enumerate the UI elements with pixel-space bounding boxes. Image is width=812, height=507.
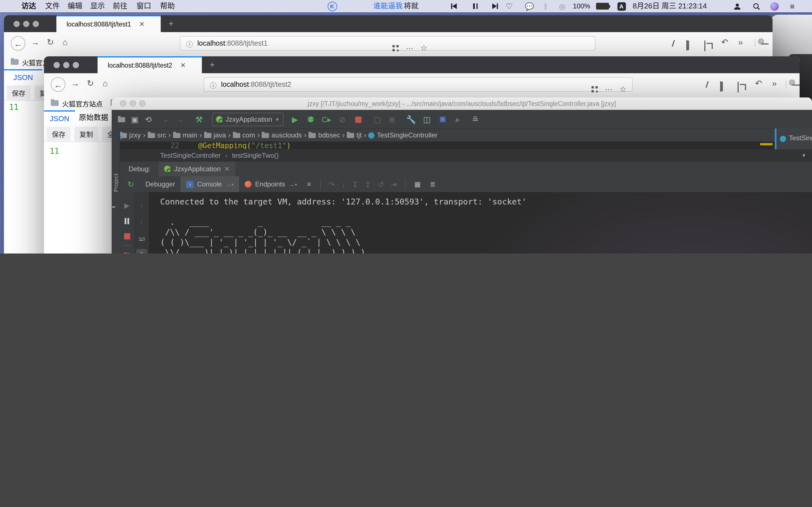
- breadcrumb-item[interactable]: tjt: [347, 131, 362, 139]
- evaluate-expression-icon[interactable]: ▦: [414, 180, 421, 188]
- zoom-window-button[interactable]: [73, 62, 79, 68]
- battery-icon[interactable]: [595, 0, 610, 12]
- back-icon[interactable]: ←: [161, 114, 171, 124]
- bookmark-star-icon[interactable]: ☆: [420, 43, 427, 52]
- menubar-status-text[interactable]: 谁能逼我: [373, 0, 403, 12]
- tab-close-icon[interactable]: ✕: [139, 20, 145, 28]
- profiler-icon[interactable]: ⊘: [337, 114, 347, 124]
- breadcrumb-item[interactable]: java: [204, 131, 226, 139]
- browser-tab-test1[interactable]: localhost:8088/tjt/test1 ✕: [56, 15, 161, 32]
- menu-item-7[interactable]: 帮助: [160, 0, 175, 12]
- settings-sync-icon[interactable]: ≞: [470, 114, 480, 124]
- battery-percentage[interactable]: 100%: [573, 0, 590, 12]
- tab-endpoints[interactable]: Endpoints →▪: [239, 176, 303, 192]
- back-button[interactable]: ←: [51, 77, 65, 92]
- notification-center-icon[interactable]: ≡: [787, 0, 797, 12]
- tab-json[interactable]: JSON: [44, 110, 75, 126]
- editor-fragment[interactable]: 22 @GetMapping("/test1"): [119, 142, 776, 149]
- screenshot-icon[interactable]: [704, 41, 705, 50]
- step-out-icon[interactable]: ↥: [365, 180, 371, 188]
- minimize-window-button[interactable]: [23, 21, 29, 27]
- wechat-icon[interactable]: 💬: [523, 0, 536, 12]
- home-button[interactable]: ⌂: [103, 78, 108, 88]
- coverage-icon[interactable]: C▸: [321, 114, 332, 124]
- input-method-icon[interactable]: A: [616, 0, 627, 12]
- breadcrumb-class[interactable]: TestSingleController: [160, 152, 221, 159]
- site-info-icon[interactable]: ⓘ: [186, 39, 193, 48]
- overflow-chevron-icon[interactable]: »: [738, 37, 743, 47]
- menu-item-2[interactable]: 文件: [45, 0, 60, 12]
- breadcrumb-item[interactable]: bdbsec: [309, 131, 340, 139]
- scroll-to-end-icon[interactable]: ⇩: [136, 249, 147, 253]
- debug-icon[interactable]: ⚉: [306, 114, 316, 124]
- sync-icon[interactable]: ⟲: [143, 114, 153, 124]
- sidebar-icon[interactable]: [686, 41, 688, 50]
- new-tab-button[interactable]: +: [168, 18, 174, 28]
- breadcrumb-method[interactable]: testSingleTwo(): [232, 152, 278, 159]
- home-button[interactable]: ⌂: [63, 37, 68, 47]
- zoom-window-button[interactable]: [33, 21, 39, 27]
- editor-tab-fragment[interactable]: TestSingle: [776, 128, 812, 149]
- menu-item-4[interactable]: 显示: [90, 0, 105, 12]
- breadcrumb-item[interactable]: com: [233, 131, 255, 139]
- chevron-down-icon[interactable]: ▼: [801, 153, 806, 158]
- zoom-window-button[interactable]: [139, 100, 146, 107]
- minimize-window-button[interactable]: [63, 62, 69, 68]
- force-step-into-icon[interactable]: ↧: [352, 180, 358, 188]
- url-bar[interactable]: ⓘ localhost:8088/tjt/test2 ⋯ ☆: [204, 77, 633, 92]
- rerun-icon[interactable]: ↻: [128, 180, 134, 189]
- layout-settings-icon[interactable]: ≣: [430, 180, 435, 188]
- media-previous-icon[interactable]: [448, 0, 460, 12]
- debug-session-tab[interactable]: JzxyApplication ✕: [158, 162, 236, 176]
- save-all-icon[interactable]: ▣: [130, 114, 140, 124]
- close-window-button[interactable]: [120, 100, 126, 107]
- bluetooth-icon[interactable]: ᛒ: [541, 0, 550, 12]
- url-bar[interactable]: ⓘ localhost:8088/tjt/test1 ⋯ ☆: [180, 36, 596, 51]
- stop-icon[interactable]: [119, 230, 134, 242]
- dump-threads-icon[interactable]: ⊕: [387, 114, 397, 124]
- view-breakpoints-icon[interactable]: [119, 249, 134, 253]
- new-tab-button[interactable]: +: [210, 60, 215, 69]
- close-window-button[interactable]: [13, 21, 20, 27]
- tab-json[interactable]: JSON: [4, 69, 42, 84]
- breadcrumb-item[interactable]: main: [173, 131, 197, 139]
- breadcrumb-item[interactable]: TestSingleController: [368, 131, 438, 139]
- debug-console[interactable]: Connected to the target VM, address: '12…: [149, 192, 812, 253]
- pin-tab-icon[interactable]: →▪: [225, 181, 234, 187]
- screenshot-icon[interactable]: [738, 82, 739, 91]
- pause-icon[interactable]: [119, 215, 134, 226]
- sidebar-icon[interactable]: [720, 82, 721, 91]
- save-button[interactable]: 保存: [7, 86, 31, 100]
- page-actions-icon[interactable]: ⋯: [605, 85, 612, 93]
- close-window-button[interactable]: [54, 62, 60, 68]
- bookmark-item[interactable]: 火狐官方站点: [62, 98, 103, 108]
- reload-button[interactable]: ↻: [47, 37, 54, 47]
- menubar-status-text[interactable]: 将就: [404, 0, 418, 12]
- up-stack-icon[interactable]: ↑: [134, 200, 149, 211]
- forward-button[interactable]: →: [71, 78, 80, 88]
- site-info-icon[interactable]: ⓘ: [210, 80, 216, 89]
- build-hammer-icon[interactable]: ⚒: [194, 114, 204, 124]
- qr-code-icon[interactable]: [592, 86, 598, 92]
- fast-user-switch-icon[interactable]: [732, 0, 742, 12]
- run-configuration-select[interactable]: JzxyApplication ▼: [212, 113, 283, 126]
- breadcrumb-item[interactable]: jzxy: [119, 131, 141, 139]
- stop-icon[interactable]: [353, 114, 363, 124]
- menu-item-3[interactable]: 编辑: [68, 0, 82, 12]
- swirl-app-icon[interactable]: ◎: [557, 0, 567, 12]
- soft-wrap-icon[interactable]: ≡: [307, 180, 311, 188]
- step-over-icon[interactable]: ↷: [328, 180, 335, 188]
- reload-button[interactable]: ↻: [87, 78, 94, 89]
- run-anything-icon[interactable]: ›: [438, 114, 448, 124]
- soft-wrap-icon[interactable]: ⮒: [134, 234, 149, 245]
- breadcrumb-item[interactable]: src: [147, 131, 166, 139]
- forward-button[interactable]: →: [31, 37, 40, 47]
- tab-close-icon[interactable]: ✕: [180, 61, 186, 69]
- project-structure-icon[interactable]: ◫: [422, 114, 432, 124]
- qr-code-icon[interactable]: [393, 45, 399, 51]
- open-icon[interactable]: [116, 114, 126, 124]
- search-everywhere-icon[interactable]: ⌕: [452, 114, 462, 124]
- heart-icon[interactable]: ♡: [504, 0, 515, 12]
- undo-restore-icon[interactable]: ↶: [721, 37, 728, 47]
- menu-item-5[interactable]: 前往: [113, 0, 128, 12]
